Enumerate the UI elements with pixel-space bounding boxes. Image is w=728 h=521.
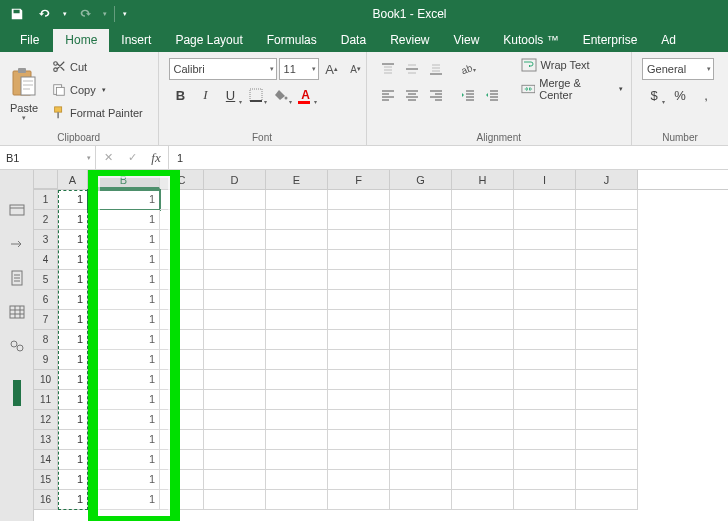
cell[interactable] <box>204 330 266 350</box>
align-left-button[interactable] <box>377 84 399 106</box>
cell[interactable] <box>328 410 390 430</box>
cell[interactable]: 1 <box>58 230 88 250</box>
cell[interactable] <box>514 490 576 510</box>
cell[interactable] <box>204 390 266 410</box>
tab-review[interactable]: Review <box>378 29 441 52</box>
align-center-button[interactable] <box>401 84 423 106</box>
panel-icon-find[interactable] <box>7 336 27 356</box>
cell[interactable] <box>266 410 328 430</box>
select-all-corner[interactable] <box>34 170 58 189</box>
cell[interactable] <box>514 290 576 310</box>
cell[interactable]: 1 <box>88 430 160 450</box>
panel-icon-arrow[interactable] <box>7 234 27 254</box>
cell[interactable] <box>452 270 514 290</box>
paste-button[interactable] <box>8 64 40 102</box>
cell[interactable] <box>204 210 266 230</box>
cell[interactable] <box>514 430 576 450</box>
cell[interactable] <box>266 290 328 310</box>
col-header-G[interactable]: G <box>390 170 452 189</box>
cell[interactable] <box>204 250 266 270</box>
cell[interactable] <box>514 250 576 270</box>
cell[interactable] <box>390 410 452 430</box>
cell[interactable]: 1 <box>88 230 160 250</box>
cell[interactable] <box>160 190 204 210</box>
fx-button[interactable]: fx <box>144 150 168 166</box>
cell[interactable] <box>266 330 328 350</box>
cell[interactable] <box>160 430 204 450</box>
cell[interactable] <box>576 370 638 390</box>
col-header-F[interactable]: F <box>328 170 390 189</box>
cell[interactable]: 1 <box>88 210 160 230</box>
panel-icon-grid[interactable] <box>7 302 27 322</box>
cell[interactable] <box>390 190 452 210</box>
cell[interactable] <box>266 450 328 470</box>
cell[interactable] <box>390 490 452 510</box>
tab-page-layout[interactable]: Page Layout <box>163 29 254 52</box>
col-header-C[interactable]: C <box>160 170 204 189</box>
cell[interactable] <box>452 370 514 390</box>
cell[interactable]: 1 <box>88 290 160 310</box>
row-header[interactable]: 2 <box>34 210 58 230</box>
font-size-combo[interactable]: 11▾ <box>279 58 319 80</box>
panel-icon-sheet[interactable] <box>7 268 27 288</box>
cell[interactable] <box>266 210 328 230</box>
cell[interactable] <box>160 290 204 310</box>
cell[interactable] <box>160 390 204 410</box>
italic-button[interactable]: I <box>194 84 218 106</box>
redo-dropdown[interactable]: ▾ <box>100 3 110 25</box>
cell[interactable]: 1 <box>88 490 160 510</box>
cell[interactable] <box>390 330 452 350</box>
cell[interactable] <box>514 330 576 350</box>
cell[interactable] <box>204 430 266 450</box>
cell[interactable]: 1 <box>58 290 88 310</box>
cell[interactable] <box>452 210 514 230</box>
cell[interactable] <box>452 450 514 470</box>
tab-enterprise[interactable]: Enterprise <box>571 29 650 52</box>
increase-indent-button[interactable] <box>481 84 503 106</box>
cell[interactable]: 1 <box>58 190 88 210</box>
cell[interactable] <box>390 230 452 250</box>
tab-data[interactable]: Data <box>329 29 378 52</box>
cell[interactable] <box>160 250 204 270</box>
cell[interactable] <box>266 390 328 410</box>
border-button[interactable]: ▾ <box>244 84 268 106</box>
cell[interactable] <box>576 430 638 450</box>
cell[interactable] <box>514 310 576 330</box>
cell[interactable] <box>514 370 576 390</box>
cell[interactable]: 1 <box>58 330 88 350</box>
merge-dropdown[interactable]: ▾ <box>619 85 623 93</box>
cell[interactable] <box>328 190 390 210</box>
accounting-format-button[interactable]: $▾ <box>642 84 666 106</box>
increase-font-button[interactable]: A▴ <box>321 58 343 80</box>
cell[interactable] <box>390 430 452 450</box>
tab-insert[interactable]: Insert <box>109 29 163 52</box>
cell[interactable] <box>204 450 266 470</box>
cell[interactable] <box>204 410 266 430</box>
cell[interactable] <box>576 210 638 230</box>
cell[interactable] <box>514 190 576 210</box>
row-header[interactable]: 3 <box>34 230 58 250</box>
copy-button[interactable]: Copy ▾ <box>48 79 147 101</box>
cell[interactable] <box>328 470 390 490</box>
comma-format-button[interactable]: , <box>694 84 718 106</box>
panel-collapse-handle[interactable] <box>13 380 21 406</box>
cell[interactable]: 1 <box>88 330 160 350</box>
paste-dropdown[interactable]: ▾ <box>22 114 26 122</box>
cell[interactable]: 1 <box>58 430 88 450</box>
percent-format-button[interactable]: % <box>668 84 692 106</box>
cell[interactable] <box>452 310 514 330</box>
cell[interactable]: 1 <box>58 370 88 390</box>
worksheet[interactable]: A B C D E F G H I J 11121131141151161171… <box>34 170 728 521</box>
row-header[interactable]: 6 <box>34 290 58 310</box>
cell[interactable] <box>328 450 390 470</box>
copy-dropdown[interactable]: ▾ <box>102 86 106 94</box>
cell[interactable] <box>160 230 204 250</box>
align-right-button[interactable] <box>425 84 447 106</box>
cell[interactable]: 1 <box>88 310 160 330</box>
cell[interactable] <box>390 250 452 270</box>
cell[interactable]: 1 <box>58 470 88 490</box>
cell[interactable] <box>514 390 576 410</box>
cell[interactable] <box>452 250 514 270</box>
cell[interactable] <box>328 290 390 310</box>
cell[interactable] <box>328 250 390 270</box>
